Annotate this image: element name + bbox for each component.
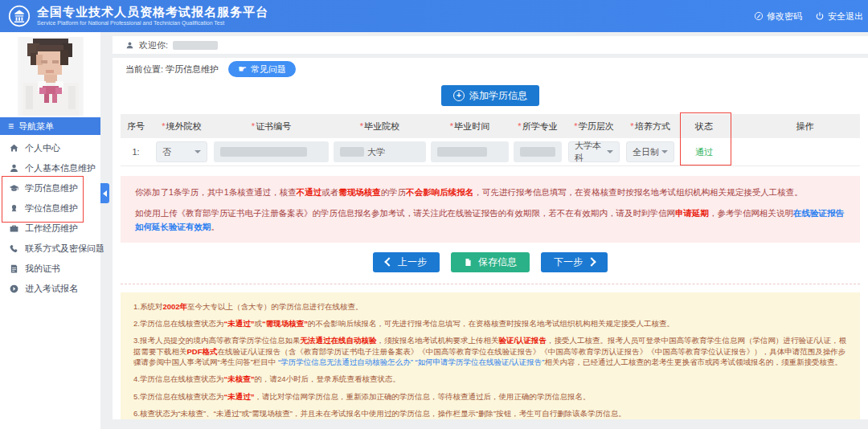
notice-item: 4.学历信息在线核查状态为“未核查”的，请24小时后，登录系统查看核查状态。 (133, 374, 847, 384)
notice-line: 你添加了1条学历，其中1条核查通过，核查不通过或者需现场核查的学历不会影响后续报… (135, 186, 845, 198)
document-icon (464, 258, 473, 267)
column-header: *毕业院校 (334, 121, 426, 133)
degree-level-select[interactable]: 大学本科 (568, 141, 620, 162)
education-table: 序号 *境外院校 *证书编号 *毕业院校 *毕业时间 *所学专业 *学历层次 *… (121, 114, 860, 166)
redacted-text (520, 147, 555, 157)
action-buttons: 上一步 保存信息 下一步 (113, 252, 868, 272)
logout-link[interactable]: 安全退出 (815, 10, 863, 22)
pink-notice: 你添加了1条学历，其中1条核查通过，核查不通过或者需现场核查的学历不会影响后续报… (121, 176, 860, 243)
column-header: 操作 (750, 121, 860, 133)
sidebar-item-label: 个人基本信息维护 (25, 162, 96, 174)
sidebar-item-education-info[interactable]: 学历信息维护 (0, 178, 100, 198)
sidebar-item-label: 学历信息维护 (25, 182, 78, 194)
sidebar-collapse-handle[interactable] (100, 183, 109, 203)
graduation-date-input[interactable] (431, 141, 509, 162)
change-password-link[interactable]: 修改密码 (754, 10, 802, 22)
sidebar-item-label: 学位信息维护 (25, 202, 78, 214)
sidebar-item-label: 进入考试报名 (25, 283, 78, 295)
chevron-down-icon (607, 150, 613, 153)
certificate-icon (9, 264, 19, 274)
sidebar-menu: 个人中心 个人基本信息维护 学历信息维护 学位信息维护 工作经历维护 联系方式及… (0, 135, 100, 299)
home-icon (9, 143, 19, 153)
notice-item: 6.核查状态为“未核查”、“未通过”或“需现场核查”，并且未在考试报名中使用过的… (133, 408, 847, 419)
redacted-text (340, 147, 364, 157)
graduation-school-input[interactable]: 大学 (334, 141, 426, 162)
sidebar-item-contact-security[interactable]: 联系方式及密保问题 (0, 239, 100, 259)
chevron-left-icon (384, 258, 393, 267)
chevron-right-icon (587, 258, 596, 267)
edit-circle-icon (754, 11, 764, 21)
welcome-bar: 欢迎你: (113, 36, 868, 54)
column-header: 序号 (121, 121, 151, 133)
phone-icon (9, 243, 19, 254)
save-info-button[interactable]: 保存信息 (451, 252, 530, 272)
table-header-row: 序号 *境外院校 *证书编号 *毕业院校 *毕业时间 *所学专业 *学历层次 *… (121, 114, 860, 138)
user-icon (125, 41, 134, 50)
briefcase-icon (9, 223, 19, 234)
sidebar-item-label: 我的证书 (25, 263, 60, 275)
dashed-divider (121, 284, 860, 284)
faq-button[interactable]: ☛ 常见问题 (228, 61, 296, 77)
sidebar-item-my-certificates[interactable]: 我的证书 (0, 259, 100, 279)
sidebar-item-degree-info[interactable]: 学位信息维护 (0, 198, 100, 219)
user-icon (9, 163, 19, 174)
notice-item: 2.学历信息在线核查状态为“未通过”或“需现场核查”的不会影响后续报名，可先进行… (133, 318, 847, 329)
profile-photo (18, 37, 84, 116)
certificate-number-input[interactable] (214, 141, 329, 162)
hamburger-icon: ≡ (8, 121, 14, 131)
medal-icon (9, 203, 19, 214)
platform-logo-icon (8, 5, 31, 27)
column-header: *毕业时间 (431, 121, 509, 133)
chevron-down-icon (661, 150, 668, 153)
top-header: 全国专业技术人员资格考试报名服务平台 Service Platform for … (0, 0, 868, 32)
sidebar: ≡ 导航菜单 个人中心 个人基本信息维护 学历信息维护 学位信息维护 工作经历维… (0, 32, 100, 429)
welcome-label: 欢迎你: (139, 39, 168, 51)
next-step-button[interactable]: 下一步 (541, 252, 608, 272)
enter-icon (9, 284, 19, 294)
redacted-username (173, 41, 218, 50)
sidebar-item-label: 工作经历维护 (25, 223, 78, 235)
page-subtitle: Service Platform for National Profession… (37, 20, 268, 27)
yellow-notice: 1.系统对2002年至今大专以上（含大专）的学历信息进行在线核查。 2.学历信息… (121, 292, 860, 419)
previous-step-button[interactable]: 上一步 (373, 252, 440, 272)
chevron-down-icon (194, 150, 201, 153)
table-row: 1: 否 大学 大学本科 全日制 通过 (121, 138, 860, 166)
column-header: *培养方式 (626, 121, 674, 133)
column-header: *所学专业 (514, 121, 562, 133)
sidebar-item-personal-center[interactable]: 个人中心 (0, 138, 100, 158)
column-header: *学历层次 (568, 121, 620, 133)
notice-item: 5.学历信息在线核查状态为“未通过”，请比对学信网学历信息，重新添加正确的学历信… (133, 391, 847, 402)
overseas-school-select[interactable]: 否 (156, 141, 207, 162)
breadcrumb-row: 当前位置: 学历信息维护 ☛ 常见问题 (113, 58, 868, 80)
notice-line: 如使用上传《教育部学历证书电子注册备案表》的学历信息报名参加考试，请关注此在线验… (135, 206, 845, 233)
sidebar-item-label: 个人中心 (25, 142, 60, 154)
sidebar-item-work-experience[interactable]: 工作经历维护 (0, 219, 100, 239)
plus-icon: + (453, 90, 465, 101)
sidebar-item-enter-registration[interactable]: 进入考试报名 (0, 279, 100, 299)
notice-item: 1.系统对2002年至今大专以上（含大专）的学历信息进行在线核查。 (133, 301, 847, 312)
redacted-text (220, 147, 307, 157)
notice-item: 3.报考人员提交的境内高等教育学历学位信息如果无法通过在线自动核验，须按报名地考… (133, 335, 847, 367)
sidebar-item-label: 联系方式及密保问题 (25, 243, 104, 255)
power-icon (815, 11, 825, 21)
column-header: *证书编号 (214, 121, 329, 133)
training-mode-select[interactable]: 全日制 (626, 141, 674, 162)
page-title: 全国专业技术人员资格考试报名服务平台 (37, 6, 268, 19)
sidebar-item-basic-info[interactable]: 个人基本信息维护 (0, 158, 100, 178)
status-badge: 通过 (682, 146, 726, 158)
add-education-button[interactable]: + 添加学历信息 (441, 85, 539, 106)
content-card: 当前位置: 学历信息维护 ☛ 常见问题 + 添加学历信息 序号 *境外院校 *证… (113, 58, 868, 419)
column-header: 状态 (682, 121, 726, 133)
redacted-text (437, 147, 487, 157)
row-index: 1: (121, 147, 151, 157)
nav-menu-header: ≡ 导航菜单 (0, 117, 100, 135)
column-header: *境外院校 (156, 121, 207, 133)
graduation-cap-icon (9, 183, 19, 194)
breadcrumb: 当前位置: 学历信息维护 (125, 63, 219, 76)
major-input[interactable] (514, 141, 562, 162)
pointing-hand-icon: ☛ (238, 64, 247, 74)
chevron-left-icon (103, 190, 107, 197)
